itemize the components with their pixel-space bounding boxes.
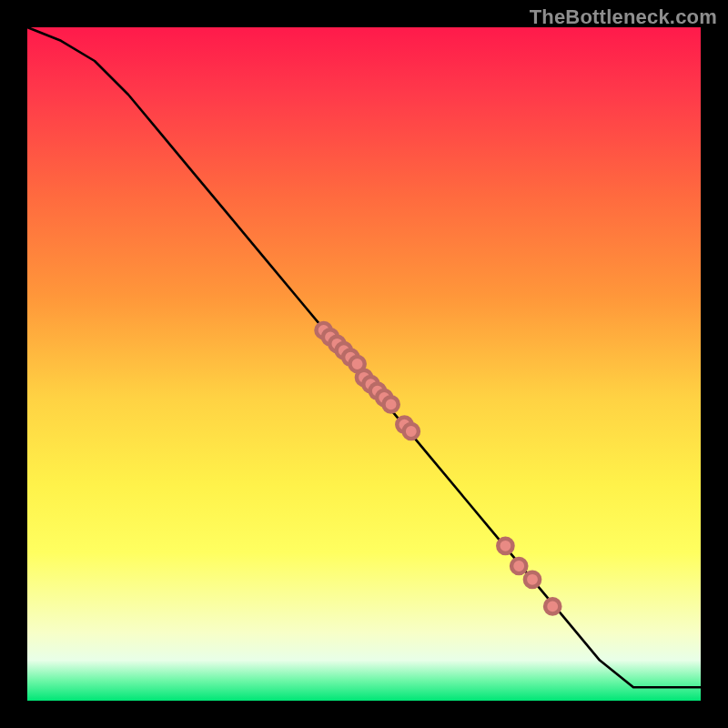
marker-group [316, 323, 560, 614]
chart-stage: TheBottleneck.com [0, 0, 728, 728]
marker-dot [511, 559, 526, 573]
watermark-text: TheBottleneck.com [530, 5, 717, 29]
marker-dot [383, 397, 398, 411]
marker-dot [498, 539, 512, 553]
main-curve [27, 27, 701, 687]
marker-dot [545, 599, 560, 613]
plot-area [27, 27, 701, 701]
marker-dot [404, 424, 419, 439]
marker-dot [525, 572, 540, 587]
chart-svg [27, 27, 701, 701]
